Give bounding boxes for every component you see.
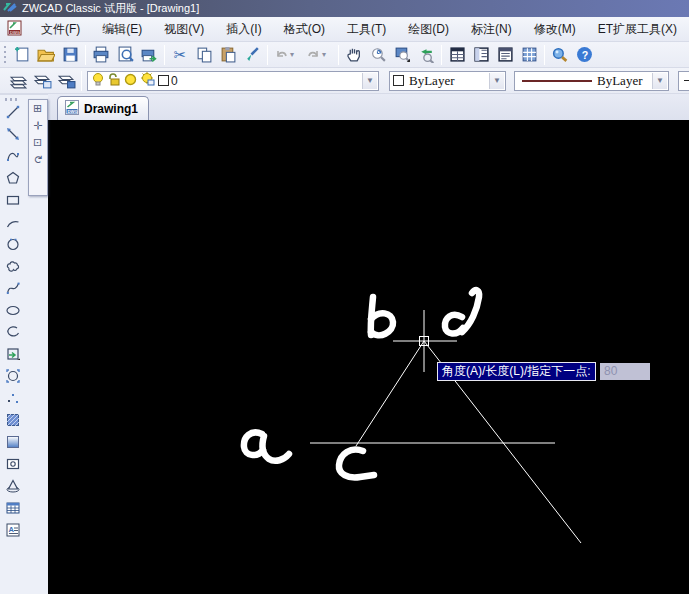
construction-line-icon[interactable] [3, 125, 23, 143]
redo-dropdown-caret[interactable]: ▾ [322, 50, 326, 59]
mini-tool-icon-2[interactable]: ✛ [33, 121, 44, 130]
arc-icon[interactable] [3, 213, 23, 231]
mini-tool-icon-3[interactable]: ⊡ [33, 138, 44, 147]
hatch-icon[interactable] [3, 411, 23, 429]
lineweight-sample-line [684, 80, 689, 81]
tab-label: Drawing1 [84, 102, 138, 116]
layer-name: 0 [171, 74, 178, 88]
layer-color-swatch[interactable] [158, 75, 169, 86]
layer-combo-dropdown[interactable]: ▼ [362, 73, 377, 89]
redo-icon[interactable]: ▾ [303, 44, 335, 66]
svg-text:DWG: DWG [10, 29, 20, 34]
menu-modify[interactable]: 修改(M) [530, 19, 580, 40]
print-icon[interactable] [89, 44, 113, 66]
linetype-combo-dropdown[interactable]: ▼ [652, 73, 667, 89]
pan-icon[interactable] [342, 44, 366, 66]
dwg-document-icon[interactable]: DWG [6, 20, 23, 39]
menu-draw[interactable]: 绘图(D) [404, 19, 453, 40]
help-icon[interactable]: ? [572, 44, 596, 66]
cut-icon[interactable]: ✂ [168, 44, 192, 66]
menu-tools[interactable]: 工具(T) [343, 19, 390, 40]
tab-drawing1[interactable]: DWG Drawing1 [57, 96, 149, 120]
dynamic-input-value-field[interactable]: 80 [600, 363, 650, 380]
zoom-realtime-icon[interactable] [366, 44, 390, 66]
revision-cloud-icon[interactable] [3, 257, 23, 275]
annotation-letter-b [371, 297, 393, 335]
line-icon[interactable] [3, 103, 23, 121]
layer-unlock-icon[interactable] [107, 72, 121, 90]
point-icon[interactable] [3, 389, 23, 407]
polyline-icon[interactable] [3, 147, 23, 165]
tool-palettes-icon[interactable] [469, 44, 493, 66]
print-preview-icon[interactable] [113, 44, 137, 66]
paste-icon[interactable] [216, 44, 240, 66]
plot-export-icon[interactable] [137, 44, 161, 66]
layer-combo[interactable]: 0 ▼ [87, 71, 379, 91]
layer-thaw-sun-icon[interactable] [123, 72, 138, 90]
color-bylayer-swatch [393, 75, 404, 86]
lineweight-combo[interactable] [678, 71, 689, 91]
toolbar-grip[interactable] [3, 46, 7, 64]
window-title: ZWCAD Classic 试用版 - [Drawing1] [22, 1, 199, 16]
menu-edit[interactable]: 编辑(E) [98, 19, 146, 40]
dwg-file-icon: DWG [64, 100, 80, 118]
menu-view[interactable]: 视图(V) [160, 19, 208, 40]
wipeout-icon[interactable] [3, 477, 23, 495]
undo-dropdown-caret[interactable]: ▾ [290, 50, 294, 59]
quick-calculator-icon[interactable] [517, 44, 541, 66]
floating-mini-toolbar[interactable]: ⊞ ✛ ⊡ ↻ [28, 99, 48, 196]
spline-icon[interactable] [3, 279, 23, 297]
menu-insert[interactable]: 插入(I) [222, 19, 265, 40]
linetype-combo-value: ByLayer [597, 73, 642, 89]
layer-states-manager-icon[interactable] [30, 70, 54, 92]
toolbar-separator [164, 45, 165, 65]
mini-tool-icon-1[interactable]: ⊞ [33, 104, 44, 113]
menu-dimension[interactable]: 标注(N) [467, 19, 516, 40]
find-icon[interactable] [548, 44, 572, 66]
table-icon[interactable] [3, 499, 23, 517]
svg-text:A: A [9, 525, 15, 534]
title-bar[interactable]: ZWCAD Classic 试用版 - [Drawing1] [0, 0, 689, 17]
layer-previous-icon[interactable] [54, 70, 78, 92]
save-icon[interactable] [58, 44, 82, 66]
toolbar-separator [441, 45, 442, 65]
document-tab-bar: DWG Drawing1 [48, 94, 689, 120]
region-icon[interactable] [3, 455, 23, 473]
multiline-text-icon[interactable]: A [3, 521, 23, 539]
mini-tool-icon-4[interactable]: ↻ [33, 155, 44, 164]
insert-block-icon[interactable] [3, 345, 23, 363]
match-properties-icon[interactable] [240, 44, 264, 66]
circle-icon[interactable] [3, 235, 23, 253]
zoom-previous-icon[interactable] [414, 44, 438, 66]
make-block-icon[interactable] [3, 367, 23, 385]
toolbar-grip[interactable] [5, 98, 19, 101]
copy-icon[interactable] [192, 44, 216, 66]
layer-viewport-thaw-icon[interactable] [140, 72, 156, 90]
color-combo-dropdown[interactable]: ▼ [489, 73, 504, 89]
polygon-icon[interactable] [3, 169, 23, 187]
properties-palette-icon[interactable] [445, 44, 469, 66]
menu-format[interactable]: 格式(O) [280, 19, 329, 40]
design-center-icon[interactable] [493, 44, 517, 66]
toolbar-separator [267, 45, 268, 65]
linetype-combo[interactable]: ByLayer ▼ [514, 71, 669, 91]
undo-icon[interactable]: ▾ [271, 44, 303, 66]
layer-properties-manager-icon[interactable] [6, 70, 30, 92]
ellipse-arc-icon[interactable] [3, 323, 23, 341]
triangle-left-edge [356, 341, 424, 446]
color-combo[interactable]: ByLayer ▼ [389, 71, 506, 91]
layer-on-bulb-icon[interactable] [91, 72, 105, 90]
svg-text:DWG: DWG [68, 108, 78, 113]
toolbar-separator [544, 45, 545, 65]
zwcad-logo-icon [3, 1, 18, 17]
drawing-canvas[interactable]: 角度(A)/长度(L)/指定下一点: 80 [48, 120, 689, 594]
annotation-letter-a [244, 432, 289, 460]
open-file-icon[interactable] [34, 44, 58, 66]
zoom-window-icon[interactable] [390, 44, 414, 66]
gradient-icon[interactable] [3, 433, 23, 451]
menu-et-extended-tools[interactable]: ET扩展工具(X) [594, 19, 681, 40]
rectangle-icon[interactable] [3, 191, 23, 209]
ellipse-icon[interactable] [3, 301, 23, 319]
new-file-icon[interactable] [10, 44, 34, 66]
menu-file[interactable]: 文件(F) [37, 19, 84, 40]
